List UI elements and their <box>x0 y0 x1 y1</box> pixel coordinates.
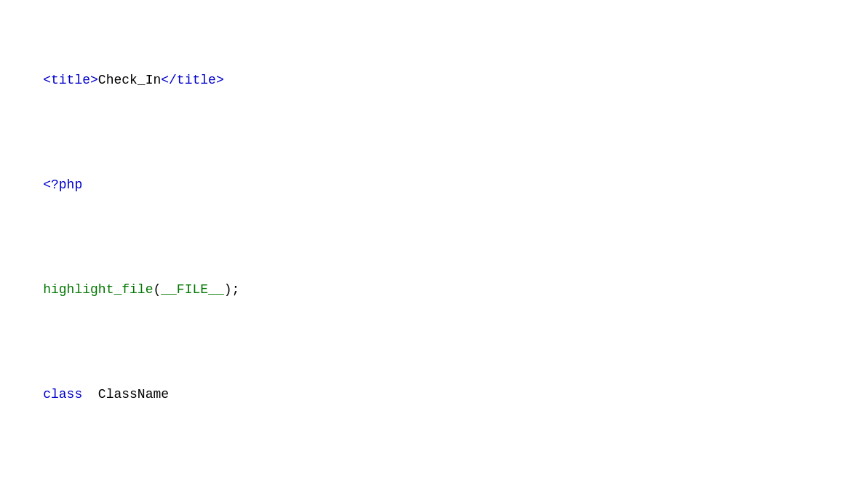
highlight-file-call: highlight_file <box>43 282 153 297</box>
classname-label: ClassName <box>98 387 169 402</box>
title-content: Check_In <box>98 73 161 87</box>
line-2: <?php <box>12 154 856 217</box>
class-keyword: class <box>43 387 82 402</box>
space1 <box>82 387 98 402</box>
php-open-tag: <?php <box>43 177 82 192</box>
line-4: class ClassName <box>12 364 856 426</box>
tag-close: </title> <box>161 73 223 87</box>
paren-close: ); <box>224 282 240 297</box>
file-constant: __FILE__ <box>161 282 223 297</box>
line-5: { <box>12 468 856 483</box>
line-1: <title>Check_In</title> <box>12 49 856 112</box>
tag-open: <title> <box>43 73 98 87</box>
code-display: <title>Check_In</title> <?php highlight_… <box>12 7 856 483</box>
line-3: highlight_file(__FILE__); <box>12 259 856 322</box>
paren-open: ( <box>153 282 161 297</box>
